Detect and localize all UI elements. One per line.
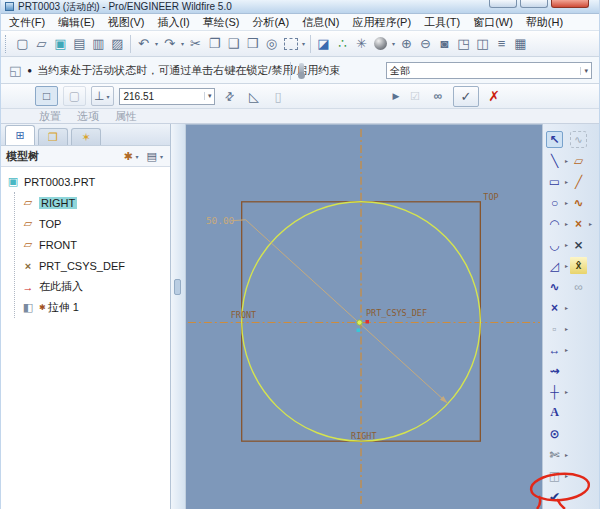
undo-button[interactable]: ↶ — [134, 34, 153, 53]
plot-button[interactable]: ▨ — [108, 34, 127, 53]
constraint-filter-select[interactable]: 全部 ▾ — [386, 62, 592, 79]
tree-item-part[interactable]: ▣ PRT0003.PRT — [6, 171, 170, 192]
print-setup-button[interactable]: ▥ — [89, 34, 108, 53]
flyout-arrow-icon[interactable]: ▸ — [563, 241, 570, 248]
layers-button[interactable]: ≡ — [492, 34, 511, 53]
menu-file[interactable]: 文件(F) — [9, 15, 45, 30]
constraint-tool[interactable]: ┼ — [546, 383, 563, 400]
flyout-arrow-icon[interactable]: ▸ — [563, 472, 570, 479]
zoom-out-button[interactable]: ⊖ — [416, 34, 435, 53]
folder-browser-tab[interactable]: ❐ — [38, 128, 68, 145]
depth-value-input[interactable]: 216.51 ▾ — [119, 88, 215, 105]
find-button[interactable]: ◎ — [262, 34, 281, 53]
sketch-canvas[interactable]: 50.00 TOP FRONT RIGHT PRT_CSYS_DEF — [186, 125, 542, 509]
sketch-view-button[interactable]: ◪ — [314, 34, 333, 53]
shade-dropdown[interactable]: ▾ — [390, 40, 397, 47]
new-file-button[interactable]: ▢ — [13, 34, 32, 53]
sketch-done-button[interactable]: ✔ — [546, 488, 563, 505]
datum-point-tool[interactable]: × — [570, 215, 587, 232]
paste-button[interactable]: ❑ — [224, 34, 243, 53]
menu-analysis[interactable]: 分析(A) — [252, 15, 289, 30]
sketch-settings-button[interactable]: ✳ — [352, 34, 371, 53]
cut-button[interactable]: ✂ — [186, 34, 205, 53]
datum-axis-tool[interactable]: ╱ — [570, 173, 587, 190]
menu-info[interactable]: 信息(N) — [302, 15, 339, 30]
paste-special-button[interactable]: ❒ — [243, 34, 262, 53]
flip-direction-button[interactable]: ⇄ — [217, 83, 244, 110]
mirror-tool[interactable]: ◫ — [546, 467, 563, 484]
maximize-button[interactable] — [520, 0, 548, 8]
flyout-arrow-icon[interactable]: ▸ — [587, 220, 594, 227]
reorient-button[interactable]: ◳ — [454, 34, 473, 53]
redo-button[interactable]: ↷ — [160, 34, 179, 53]
flyout-arrow-icon[interactable]: ▸ — [563, 262, 570, 269]
select-box-button[interactable] — [281, 34, 300, 53]
tree-settings-button[interactable]: ✱ ▾ — [123, 150, 140, 163]
depth-option-dropdown[interactable]: ▾ — [104, 93, 111, 100]
zoom-in-button[interactable]: ⊕ — [397, 34, 416, 53]
undo-dropdown[interactable]: ▾ — [153, 40, 160, 47]
tab-placement[interactable]: 放置 — [39, 109, 61, 124]
depth-option-button[interactable]: ⊥ ▾ — [91, 86, 114, 106]
modify-tool[interactable]: ⇝ — [546, 362, 563, 379]
thicken-sketch-button[interactable]: ▯ — [268, 87, 287, 106]
refit-button[interactable]: ◙ — [435, 34, 454, 53]
menu-edit[interactable]: 编辑(E) — [58, 15, 95, 30]
flyout-arrow-icon[interactable]: ▸ — [563, 304, 570, 311]
fillet-tool[interactable]: ◡ — [546, 236, 563, 253]
shade-button[interactable] — [371, 34, 390, 53]
arc-tool[interactable]: ◠ — [546, 215, 563, 232]
flyout-arrow-icon[interactable]: ▸ — [563, 388, 570, 395]
tree-item-front-plane[interactable]: ▱ FRONT — [21, 234, 170, 255]
flyout-arrow-icon[interactable]: ▸ — [563, 199, 570, 206]
dimension-tool[interactable]: ↔ — [546, 341, 563, 358]
construction-toggle-tool[interactable]: ▫ — [546, 320, 563, 337]
print-button[interactable]: ▤ — [70, 34, 89, 53]
tree-item-top-plane[interactable]: ▱ TOP — [21, 213, 170, 234]
select-tool[interactable]: ↖ — [546, 131, 563, 148]
panel-splitter[interactable] — [171, 124, 186, 509]
menu-insert[interactable]: 插入(I) — [157, 15, 189, 30]
point-tool[interactable]: × — [546, 299, 563, 316]
favorites-tab[interactable]: ✶ — [71, 128, 101, 145]
surface-toggle-button[interactable]: ▢ — [63, 86, 86, 106]
close-button[interactable] — [551, 0, 589, 8]
vertex-display-button[interactable]: ∴ — [333, 34, 352, 53]
circle-tool[interactable]: ○ — [546, 194, 563, 211]
view-manager-button[interactable]: ▦ — [511, 34, 530, 53]
tree-item-csys[interactable]: × PRT_CSYS_DEF — [21, 255, 170, 276]
line-tool[interactable]: ╲ — [546, 152, 563, 169]
flyout-arrow-icon[interactable]: ▸ — [563, 346, 570, 353]
model-tree-tab[interactable]: ⊞ — [5, 125, 35, 145]
graphics-area[interactable]: 50.00 TOP FRONT RIGHT PRT_CSYS_DEF — [186, 124, 542, 509]
flyout-arrow-icon[interactable]: ▸ — [563, 451, 570, 458]
flyout-arrow-icon[interactable]: ▸ — [563, 178, 570, 185]
trim-tool[interactable]: ✄ — [546, 446, 563, 463]
resume-button[interactable]: ▶ — [389, 86, 403, 106]
lasso-select-tool[interactable]: ∿ — [570, 131, 587, 148]
flyout-arrow-icon[interactable]: ▸ — [563, 220, 570, 227]
saved-views-button[interactable]: ◫ — [473, 34, 492, 53]
remove-material-button[interactable]: ◺ — [244, 87, 263, 106]
dimension-value-tool[interactable]: x̂ — [570, 257, 587, 274]
menu-help[interactable]: 帮助(H) — [526, 15, 563, 30]
datum-plane-tool[interactable]: ▱ — [570, 152, 587, 169]
spline-tool[interactable]: ∿ — [546, 278, 563, 295]
flyout-arrow-icon[interactable]: ▸ — [563, 325, 570, 332]
text-tool[interactable]: A — [546, 404, 563, 421]
link-tool[interactable]: ∞ — [570, 278, 587, 295]
menu-sketch[interactable]: 草绘(S) — [203, 15, 240, 30]
menu-view[interactable]: 视图(V) — [108, 15, 145, 30]
splitter-handle[interactable] — [174, 279, 181, 295]
menu-applications[interactable]: 应用程序(P) — [352, 15, 411, 30]
tab-options[interactable]: 选项 — [77, 109, 99, 124]
save-button[interactable]: ▣ — [51, 34, 70, 53]
dimension-value[interactable]: 50.00 — [206, 215, 235, 226]
datum-curve-tool[interactable]: ∿ — [570, 194, 587, 211]
palette-tool[interactable]: ⊙ — [546, 425, 563, 442]
flyout-arrow-icon[interactable]: ▸ — [563, 157, 570, 164]
copy-button[interactable]: ❐ — [205, 34, 224, 53]
cancel-feature-button[interactable]: ✗ — [485, 86, 503, 106]
tree-item-right-plane[interactable]: ▱ RIGHT — [21, 192, 170, 213]
minimize-button[interactable] — [489, 0, 517, 8]
